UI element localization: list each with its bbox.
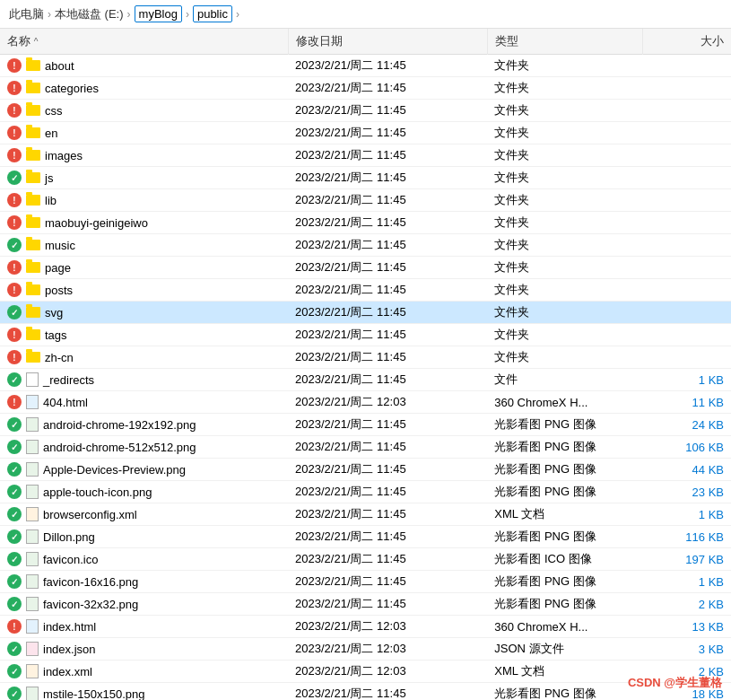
file-name-cell: !lib bbox=[0, 189, 288, 212]
file-name-cell: !images bbox=[0, 144, 288, 167]
file-size-cell: 1 KB bbox=[642, 503, 731, 526]
file-size-cell: 197 KB bbox=[642, 548, 731, 571]
table-header-row: 名称 ^ 修改日期 类型 大小 bbox=[0, 29, 731, 55]
table-row[interactable]: ✓Dillon.png2023/2/21/周二 11:45光影看图 PNG 图像… bbox=[0, 526, 731, 548]
file-date-cell: 2023/2/21/周二 11:45 bbox=[288, 436, 487, 459]
table-row[interactable]: !maobuyi-geinigeiwo2023/2/21/周二 11:45文件夹 bbox=[0, 212, 731, 234]
file-name-text: en bbox=[45, 127, 57, 140]
table-row[interactable]: ✓apple-touch-icon.png2023/2/21/周二 11:45光… bbox=[0, 481, 731, 503]
table-row[interactable]: !tags2023/2/21/周二 11:45文件夹 bbox=[0, 324, 731, 346]
file-date-cell: 2023/2/21/周二 11:45 bbox=[288, 369, 487, 391]
table-row[interactable]: ✓music2023/2/21/周二 11:45文件夹 bbox=[0, 234, 731, 257]
file-status-icon: ! bbox=[7, 619, 22, 634]
file-type-cell: 光影看图 PNG 图像 bbox=[487, 526, 642, 548]
file-status-icon: ! bbox=[7, 350, 22, 364]
col-header-size[interactable]: 大小 bbox=[642, 29, 731, 55]
table-row[interactable]: !images2023/2/21/周二 11:45文件夹 bbox=[0, 144, 731, 167]
file-table-body: !about2023/2/21/周二 11:45文件夹!categories20… bbox=[0, 55, 731, 701]
table-row[interactable]: !page2023/2/21/周二 11:45文件夹 bbox=[0, 257, 731, 279]
file-name-cell: ✓favicon.ico bbox=[0, 548, 288, 571]
table-row[interactable]: !about2023/2/21/周二 11:45文件夹 bbox=[0, 55, 731, 77]
file-name-text: zh-cn bbox=[45, 351, 74, 364]
file-size-cell: 106 KB bbox=[642, 436, 731, 459]
file-name-cell: !about bbox=[0, 55, 288, 77]
file-type-cell: 文件夹 bbox=[487, 77, 642, 100]
file-type-cell: JSON 源文件 bbox=[487, 638, 642, 661]
table-row[interactable]: !404.html2023/2/21/周二 12:03360 ChromeX H… bbox=[0, 391, 731, 414]
table-row[interactable]: ✓favicon-16x16.png2023/2/21/周二 11:45光影看图… bbox=[0, 571, 731, 593]
file-date-cell: 2023/2/21/周二 11:45 bbox=[288, 503, 487, 526]
file-name-cell: ✓favicon-32x32.png bbox=[0, 593, 288, 616]
table-row[interactable]: !lib2023/2/21/周二 11:45文件夹 bbox=[0, 189, 731, 212]
table-row[interactable]: ✓favicon.ico2023/2/21/周二 11:45光影看图 ICO 图… bbox=[0, 548, 731, 571]
file-size-cell bbox=[642, 234, 731, 257]
table-row[interactable]: ✓android-chrome-192x192.png2023/2/21/周二 … bbox=[0, 414, 731, 436]
folder-icon bbox=[26, 687, 39, 700]
file-name-text: mstile-150x150.png bbox=[43, 687, 144, 701]
file-name-text: 404.html bbox=[43, 396, 88, 409]
table-row[interactable]: ✓_redirects2023/2/21/周二 11:45文件1 KB bbox=[0, 369, 731, 391]
file-explorer-window: 此电脑 › 本地磁盘 (E:) › myBlog › public › 名称 ^… bbox=[0, 0, 731, 700]
col-header-date[interactable]: 修改日期 bbox=[288, 29, 487, 55]
file-status-icon: ! bbox=[7, 126, 22, 140]
file-size-cell bbox=[642, 324, 731, 346]
col-header-type[interactable]: 类型 bbox=[487, 29, 642, 55]
file-status-icon: ✓ bbox=[7, 171, 22, 185]
breadcrumb-myblog[interactable]: myBlog bbox=[135, 5, 182, 22]
table-row[interactable]: !index.html2023/2/21/周二 12:03360 ChromeX… bbox=[0, 616, 731, 638]
file-name-cell: !posts bbox=[0, 279, 288, 302]
file-status-icon: ✓ bbox=[7, 664, 22, 678]
folder-icon bbox=[26, 105, 40, 116]
breadcrumb-drive[interactable]: 本地磁盘 (E:) bbox=[55, 6, 124, 22]
breadcrumb-public[interactable]: public bbox=[193, 5, 232, 22]
table-row[interactable]: ✓favicon-32x32.png2023/2/21/周二 11:45光影看图… bbox=[0, 593, 731, 616]
table-row[interactable]: !posts2023/2/21/周二 11:45文件夹 bbox=[0, 279, 731, 302]
table-row[interactable]: ✓Apple-Devices-Preview.png2023/2/21/周二 1… bbox=[0, 459, 731, 481]
folder-icon bbox=[26, 195, 40, 206]
breadcrumb-bar: 此电脑 › 本地磁盘 (E:) › myBlog › public › bbox=[0, 0, 731, 29]
file-table: 名称 ^ 修改日期 类型 大小 !about2023/2/21/周二 11:45… bbox=[0, 29, 731, 700]
file-name-text: page bbox=[45, 261, 71, 275]
table-row[interactable]: ✓browserconfig.xml2023/2/21/周二 11:45XML … bbox=[0, 503, 731, 526]
table-row[interactable]: !css2023/2/21/周二 11:45文件夹 bbox=[0, 100, 731, 122]
file-type-cell: 文件夹 bbox=[487, 234, 642, 257]
file-date-cell: 2023/2/21/周二 11:45 bbox=[288, 55, 487, 77]
file-type-cell: 文件夹 bbox=[487, 100, 642, 122]
file-type-cell: 光影看图 PNG 图像 bbox=[487, 459, 642, 481]
table-row[interactable]: ✓index.json2023/2/21/周二 12:03JSON 源文件3 K… bbox=[0, 638, 731, 661]
table-row[interactable]: !categories2023/2/21/周二 11:45文件夹 bbox=[0, 77, 731, 100]
file-date-cell: 2023/2/21/周二 11:45 bbox=[288, 526, 487, 548]
folder-icon bbox=[26, 395, 39, 409]
file-size-cell: 23 KB bbox=[642, 481, 731, 503]
table-row[interactable]: !zh-cn2023/2/21/周二 11:45文件夹 bbox=[0, 346, 731, 369]
folder-icon bbox=[26, 507, 39, 521]
table-row[interactable]: !en2023/2/21/周二 11:45文件夹 bbox=[0, 122, 731, 144]
col-header-name[interactable]: 名称 ^ bbox=[0, 29, 288, 55]
file-date-cell: 2023/2/21/周二 11:45 bbox=[288, 189, 487, 212]
breadcrumb-pc[interactable]: 此电脑 bbox=[9, 6, 44, 22]
folder-icon bbox=[26, 619, 39, 634]
table-row[interactable]: ✓mstile-150x150.png2023/2/21/周二 11:45光影看… bbox=[0, 683, 731, 701]
file-status-icon: ✓ bbox=[7, 597, 22, 611]
file-size-cell bbox=[642, 55, 731, 77]
file-type-cell: 文件夹 bbox=[487, 279, 642, 302]
file-name-text: images bbox=[45, 149, 83, 162]
file-name-text: _redirects bbox=[43, 373, 94, 387]
file-date-cell: 2023/2/21/周二 12:03 bbox=[288, 638, 487, 661]
table-row[interactable]: ✓android-chrome-512x512.png2023/2/21/周二 … bbox=[0, 436, 731, 459]
file-size-cell bbox=[642, 212, 731, 234]
file-name-cell: ✓android-chrome-512x512.png bbox=[0, 436, 288, 459]
table-row[interactable]: ✓index.xml2023/2/21/周二 12:03XML 文档2 KB bbox=[0, 661, 731, 683]
folder-icon bbox=[26, 217, 40, 228]
sep2: › bbox=[127, 8, 131, 21]
folder-icon bbox=[26, 462, 39, 477]
folder-icon bbox=[26, 172, 40, 183]
file-type-cell: 光影看图 PNG 图像 bbox=[487, 571, 642, 593]
file-date-cell: 2023/2/21/周二 11:45 bbox=[288, 212, 487, 234]
file-type-cell: 文件夹 bbox=[487, 55, 642, 77]
file-list-container: 名称 ^ 修改日期 类型 大小 !about2023/2/21/周二 11:45… bbox=[0, 29, 731, 700]
table-row[interactable]: ✓svg2023/2/21/周二 11:45文件夹 bbox=[0, 302, 731, 324]
file-date-cell: 2023/2/21/周二 11:45 bbox=[288, 279, 487, 302]
table-row[interactable]: ✓js2023/2/21/周二 11:45文件夹 bbox=[0, 167, 731, 189]
file-type-cell: 文件夹 bbox=[487, 257, 642, 279]
